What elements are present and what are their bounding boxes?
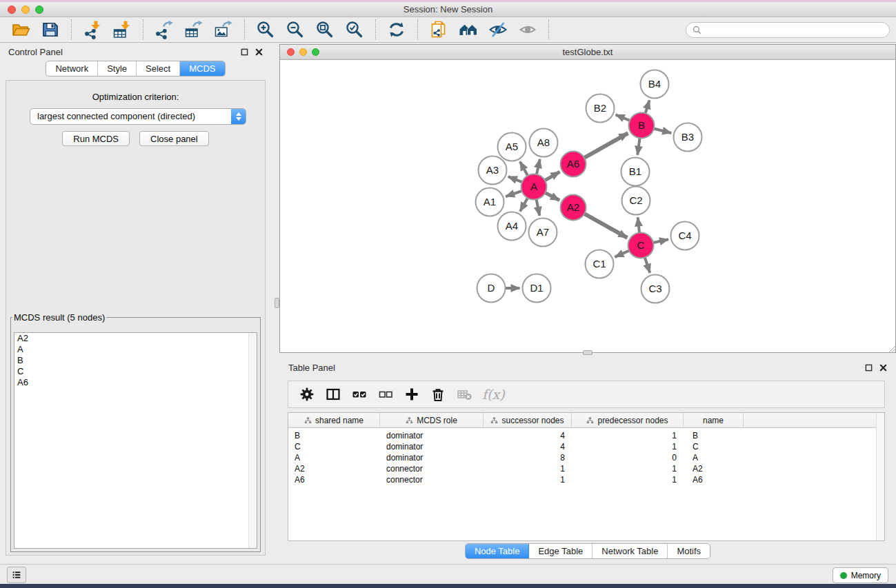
column-header-successor-nodes[interactable]: successor nodes — [484, 413, 572, 427]
graph-node-D[interactable] — [477, 274, 506, 303]
zoom-out-icon[interactable] — [286, 20, 305, 39]
column-header-label: predecessor nodes — [597, 416, 668, 425]
hide-eye-icon[interactable] — [488, 20, 508, 39]
optimization-criterion-dropdown[interactable]: largest connected component (directed) — [30, 108, 246, 125]
network-graph[interactable]: B4B2BB3A8A5A6A3B1AC2A1A2A4A7C4CC1C3DD1 — [281, 60, 895, 352]
refresh-network-icon[interactable] — [387, 20, 406, 39]
graph-node-C[interactable] — [628, 233, 654, 258]
column-header-predecessor-nodes[interactable]: predecessor nodes — [572, 413, 684, 427]
graph-node-B2[interactable] — [586, 94, 615, 123]
deselect-all-icon[interactable] — [377, 386, 394, 403]
tab-mcds[interactable]: MCDS — [180, 61, 224, 76]
function-builder-icon[interactable]: f(x) — [482, 387, 505, 402]
zoom-selected-icon[interactable] — [345, 20, 364, 39]
column-header-shared-name[interactable]: shared name — [288, 413, 380, 427]
tab-edge-table[interactable]: Edge Table — [529, 544, 593, 558]
close-table-panel-icon[interactable] — [879, 364, 887, 372]
delete-column-icon[interactable] — [430, 386, 446, 403]
splitter-handle-horizontal[interactable] — [583, 350, 593, 355]
search-field[interactable] — [686, 22, 890, 38]
mcds-result-item[interactable]: A6 — [14, 377, 257, 388]
splitter-handle-vertical[interactable] — [275, 298, 279, 308]
network-zoom-button[interactable] — [312, 48, 319, 56]
minimize-window-button[interactable] — [21, 6, 30, 14]
table-row[interactable]: Adominator80A — [288, 452, 884, 463]
graph-node-A7[interactable] — [529, 219, 557, 247]
graph-node-C1[interactable] — [586, 250, 614, 278]
table-settings-gear-icon[interactable] — [299, 386, 315, 403]
column-header-MCDS-role[interactable]: MCDS role — [380, 413, 484, 427]
export-network-icon[interactable] — [155, 20, 174, 39]
table-cell: A6 — [684, 475, 744, 485]
graph-node-C2[interactable] — [622, 187, 650, 215]
tree-icon — [304, 417, 312, 424]
home-view-icon[interactable] — [459, 20, 478, 39]
graph-node-A[interactable] — [521, 174, 547, 200]
network-minimize-button[interactable] — [299, 48, 307, 56]
zoom-fit-icon[interactable] — [315, 20, 335, 39]
show-eye-icon[interactable] — [518, 20, 537, 39]
table-cell: dominator — [380, 453, 484, 463]
table-row[interactable]: A2connector11A2 — [288, 463, 884, 474]
tab-node-table[interactable]: Node Table — [466, 544, 530, 558]
mcds-result-item[interactable]: B — [14, 355, 257, 366]
tab-network-table[interactable]: Network Table — [593, 544, 668, 558]
search-input[interactable] — [705, 24, 883, 35]
mcds-result-item[interactable]: C — [14, 366, 257, 377]
close-panel-button[interactable]: Close panel — [139, 131, 209, 146]
graph-node-A6[interactable] — [561, 152, 586, 177]
import-table-icon[interactable] — [112, 20, 132, 39]
graph-node-A4[interactable] — [498, 212, 526, 241]
window-resize-grip[interactable] — [886, 343, 895, 352]
graph-node-A5[interactable] — [498, 133, 526, 161]
memory-button[interactable]: Memory — [833, 567, 888, 583]
result-list-scrollbar[interactable] — [248, 333, 257, 548]
open-session-icon[interactable] — [11, 20, 30, 39]
float-panel-icon[interactable] — [241, 48, 248, 56]
tree-icon — [490, 417, 498, 424]
float-table-panel-icon[interactable] — [865, 364, 873, 372]
tab-motifs[interactable]: Motifs — [668, 544, 710, 558]
task-history-button[interactable] — [7, 567, 26, 583]
add-column-icon[interactable] — [404, 386, 420, 403]
table-row[interactable]: Bdominator41B — [288, 430, 884, 441]
table-cell: A6 — [288, 475, 380, 485]
export-image-icon[interactable] — [214, 20, 233, 39]
zoom-window-button[interactable] — [35, 6, 43, 14]
duplicate-network-icon[interactable] — [429, 20, 448, 39]
tab-network[interactable]: Network — [46, 61, 98, 76]
close-window-button[interactable] — [8, 6, 16, 14]
mcds-result-item[interactable]: A2 — [14, 333, 257, 344]
graph-node-B3[interactable] — [674, 123, 702, 152]
network-close-button[interactable] — [287, 48, 295, 56]
import-network-icon[interactable] — [83, 20, 102, 39]
select-all-icon[interactable] — [351, 386, 368, 403]
graph-node-A8[interactable] — [530, 129, 558, 157]
tab-style[interactable]: Style — [98, 61, 137, 76]
table-scrollbar[interactable] — [876, 413, 884, 540]
mcds-result-item[interactable]: A — [14, 344, 257, 355]
network-canvas[interactable]: B4B2BB3A8A5A6A3B1AC2A1A2A4A7C4CC1C3DD1 — [281, 60, 895, 352]
network-window-title: testGlobe.txt — [280, 47, 895, 57]
graph-node-C3[interactable] — [641, 275, 670, 303]
table-row[interactable]: A6connector11A6 — [288, 474, 884, 485]
network-window-titlebar[interactable]: testGlobe.txt — [280, 45, 895, 60]
column-header-name[interactable]: name — [684, 413, 744, 427]
column-layout-icon[interactable] — [325, 386, 341, 403]
run-mcds-button[interactable]: Run MCDS — [62, 131, 130, 146]
graph-node-A3[interactable] — [479, 156, 507, 185]
graph-node-B1[interactable] — [621, 158, 650, 186]
graph-node-A2[interactable] — [561, 195, 586, 221]
table-row[interactable]: Cdominator41C — [288, 441, 884, 452]
graph-node-D1[interactable] — [523, 274, 551, 303]
mcds-result-list[interactable]: A2ABCA6 — [14, 332, 257, 549]
export-table-icon[interactable] — [184, 20, 203, 39]
save-session-icon[interactable] — [41, 20, 60, 39]
zoom-in-icon[interactable] — [256, 20, 275, 39]
graph-node-C4[interactable] — [671, 222, 699, 250]
graph-node-B[interactable] — [629, 113, 655, 139]
graph-node-B4[interactable] — [641, 70, 669, 99]
graph-node-A1[interactable] — [476, 188, 504, 216]
close-panel-icon[interactable] — [255, 48, 263, 56]
tab-select[interactable]: Select — [137, 61, 180, 76]
